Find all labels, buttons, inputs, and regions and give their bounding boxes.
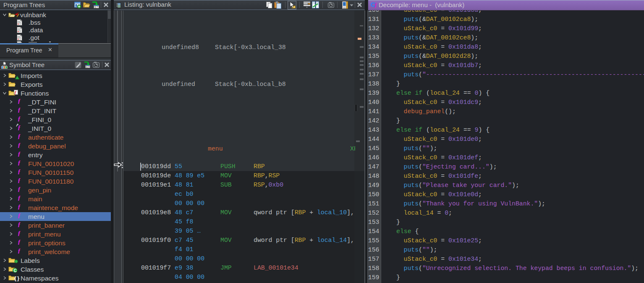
svg-text:}: } (17, 275, 19, 281)
svg-text:C: C (13, 268, 16, 273)
svg-text:{: { (14, 275, 16, 281)
